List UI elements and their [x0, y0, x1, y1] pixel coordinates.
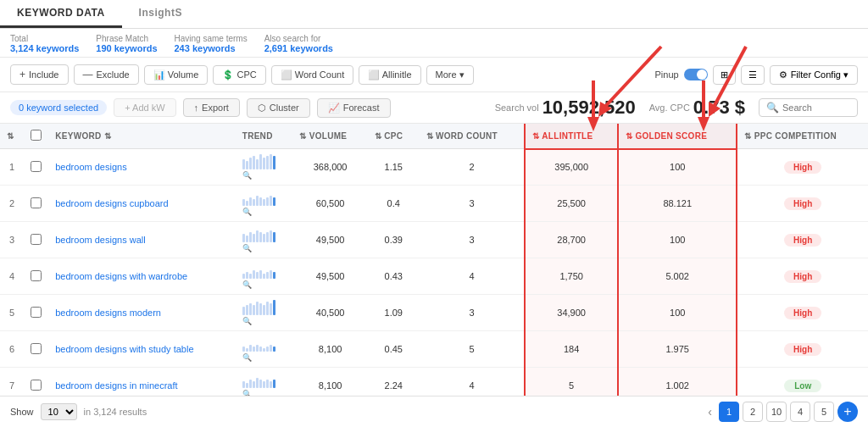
- phrase-match-label: Phrase Match: [96, 34, 157, 43]
- page-4-btn[interactable]: 4: [790, 402, 810, 422]
- row-select-checkbox[interactable]: [31, 234, 42, 245]
- table-row: 6 bedroom designs with study table 🔍 8,1…: [0, 331, 868, 368]
- row-checkbox[interactable]: [24, 331, 48, 368]
- select-all-checkbox[interactable]: [31, 130, 42, 141]
- also-search-label: Also search for: [264, 34, 333, 43]
- page-2-btn[interactable]: 2: [743, 402, 763, 422]
- col-sort[interactable]: ⇅: [0, 124, 24, 149]
- col-cpc-header[interactable]: ⇅ CPC: [368, 124, 420, 149]
- trend-search-icon[interactable]: 🔍: [242, 390, 252, 396]
- page-1-btn[interactable]: 1: [719, 402, 739, 422]
- row-checkbox[interactable]: [24, 258, 48, 295]
- row-select-checkbox[interactable]: [31, 161, 42, 172]
- col-volume-header[interactable]: ⇅ VOLUME: [292, 124, 368, 149]
- cpc-btn[interactable]: 💲 CPC: [213, 65, 265, 85]
- tab-insights[interactable]: InsightS: [122, 0, 199, 28]
- volume-btn[interactable]: 📊 Volume: [144, 65, 209, 85]
- trend-search-icon[interactable]: 🔍: [242, 171, 252, 180]
- trend-bar-segment: [246, 383, 248, 388]
- add-kw-btn[interactable]: + Add kW: [114, 98, 175, 117]
- word-count-btn[interactable]: ⬜ Word Count: [271, 65, 354, 85]
- trend-bar-segment: [253, 381, 255, 388]
- export-btn[interactable]: ↑ Export: [183, 98, 240, 117]
- keyword-cell[interactable]: bedroom designs wall: [48, 222, 235, 258]
- filter-row-2: 0 keyword selected + Add kW ↑ Export ⬡ C…: [0, 92, 868, 124]
- keyword-cell[interactable]: bedroom designs cupboard: [48, 186, 235, 222]
- page-10-btn[interactable]: 10: [766, 402, 787, 422]
- col-golden-header[interactable]: ⇅ GOLDEN SCORE: [618, 124, 737, 149]
- trend-bar-segment: [242, 381, 245, 388]
- show-label: Show: [10, 407, 34, 417]
- trend-search-icon[interactable]: 🔍: [242, 353, 252, 362]
- row-checkbox[interactable]: [24, 295, 48, 331]
- trend-bar-segment: [242, 274, 245, 279]
- ppc-cell: High: [737, 331, 868, 368]
- col-keyword-header[interactable]: KEYWORD ⇅: [48, 124, 235, 149]
- allinititle-btn[interactable]: ⬜ Allinitle: [359, 65, 420, 85]
- trend-bar-segment: [249, 380, 252, 388]
- row-select-checkbox[interactable]: [31, 197, 42, 208]
- trend-bar-segment: [270, 196, 272, 206]
- also-search-value[interactable]: 2,691 keywords: [264, 43, 333, 53]
- trend-bar-segment: [270, 154, 272, 169]
- pinup-toggle[interactable]: [684, 69, 708, 80]
- trend-bar-segment: [256, 272, 259, 279]
- trend-cell: 🔍: [236, 222, 293, 258]
- filter-config-btn[interactable]: ⚙ Filter Config ▾: [770, 65, 858, 85]
- more-btn[interactable]: More ▾: [426, 65, 474, 85]
- search-input[interactable]: [782, 103, 850, 113]
- row-checkbox[interactable]: [24, 186, 48, 222]
- trend-bar-segment: [249, 274, 252, 279]
- keyword-cell[interactable]: bedroom designs modern: [48, 295, 235, 331]
- allintitle-cell: 395,000: [525, 149, 618, 186]
- add-page-btn[interactable]: +: [837, 402, 858, 422]
- keyword-cell[interactable]: bedroom designs with study table: [48, 331, 235, 368]
- row-number: 2: [0, 186, 24, 222]
- row-checkbox[interactable]: [24, 149, 48, 186]
- trend-bar-segment: [246, 161, 248, 169]
- trend-search-icon[interactable]: 🔍: [242, 208, 252, 216]
- trend-bar-segment: [263, 199, 265, 206]
- trend-bar-segment: [263, 348, 265, 352]
- trend-cell: 🔍: [236, 295, 293, 331]
- same-terms-value[interactable]: 243 keywords: [175, 43, 248, 53]
- search-box[interactable]: 🔍: [759, 98, 858, 117]
- row-select-checkbox[interactable]: [31, 270, 42, 281]
- col-wordcount-header[interactable]: ⇅ WORD COUNT: [420, 124, 526, 149]
- trend-search-icon[interactable]: 🔍: [242, 244, 252, 252]
- trend-bar-segment: [270, 303, 272, 315]
- keyword-cell[interactable]: bedroom designs in minecraft: [48, 368, 235, 396]
- tab-keyword-data[interactable]: KEYWORD DATA: [0, 0, 122, 28]
- include-btn[interactable]: + Include: [10, 64, 69, 85]
- avg-cpc-stat: Avg. CPC 0.73 $: [649, 97, 745, 119]
- total-value[interactable]: 3,124 keywords: [10, 43, 79, 53]
- trend-search-icon[interactable]: 🔍: [242, 317, 252, 325]
- trend-bar-segment: [266, 232, 269, 242]
- col-allintitle-header[interactable]: ⇅ ALLINTITLE: [525, 124, 618, 149]
- page-5-btn[interactable]: 5: [814, 402, 834, 422]
- trend-bar-segment: [253, 156, 255, 169]
- keyword-cell[interactable]: bedroom designs: [48, 149, 235, 186]
- row-checkbox[interactable]: [24, 368, 48, 396]
- forecast-btn[interactable]: 📈 Forecast: [317, 98, 391, 118]
- grid-view-btn[interactable]: ⊞: [713, 65, 736, 85]
- list-view-btn[interactable]: ☰: [741, 65, 765, 85]
- col-checkbox[interactable]: [24, 124, 48, 149]
- exclude-btn[interactable]: — Exclude: [74, 64, 139, 85]
- show-select[interactable]: 10 25 50: [41, 403, 77, 420]
- row-select-checkbox[interactable]: [31, 343, 42, 354]
- volume-cell: 368,000: [292, 149, 368, 186]
- row-checkbox[interactable]: [24, 222, 48, 258]
- trend-cell: 🔍: [236, 186, 293, 222]
- col-ppc-header[interactable]: ⇅ PPC COMPETITION: [737, 124, 868, 149]
- keyword-cell[interactable]: bedroom designs with wardrobe: [48, 258, 235, 295]
- allintitle-cell: 5: [525, 368, 618, 396]
- total-label: Total: [10, 34, 79, 43]
- trend-bar-segment: [246, 272, 248, 279]
- phrase-match-value[interactable]: 190 keywords: [96, 43, 157, 53]
- trend-search-icon[interactable]: 🔍: [242, 280, 252, 289]
- row-select-checkbox[interactable]: [31, 380, 42, 391]
- cluster-btn[interactable]: ⬡ Cluster: [247, 98, 310, 118]
- row-select-checkbox[interactable]: [31, 307, 42, 318]
- prev-page-btn[interactable]: ‹: [704, 405, 715, 419]
